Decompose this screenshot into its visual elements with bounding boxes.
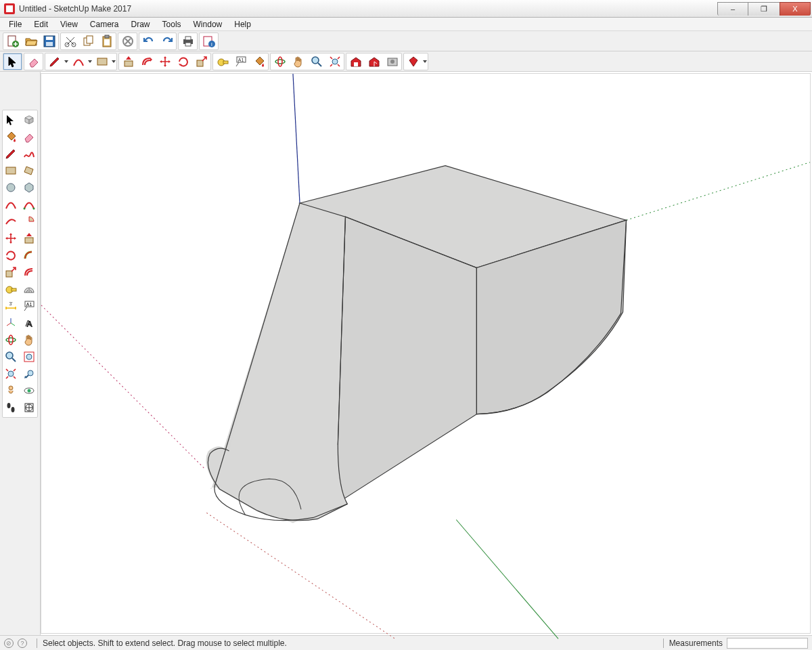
text-icon: A1 bbox=[235, 56, 247, 68]
paint-bucket-button[interactable] bbox=[250, 53, 268, 70]
palette-look-around[interactable] bbox=[20, 383, 38, 399]
undo-button[interactable] bbox=[139, 33, 158, 49]
title-bar[interactable]: Untitled - SketchUp Make 2017 – ❐ X bbox=[0, 0, 812, 18]
palette-freehand[interactable] bbox=[20, 146, 38, 162]
palette-3pt-arc[interactable] bbox=[2, 213, 20, 230]
palette-pushpull[interactable] bbox=[20, 230, 38, 246]
zoom-extents-button[interactable] bbox=[325, 53, 344, 70]
menu-camera[interactable]: Camera bbox=[84, 19, 125, 30]
palette-rotated-rect[interactable] bbox=[20, 162, 38, 179]
palette-rectangle[interactable] bbox=[2, 162, 20, 179]
palette-polygon[interactable] bbox=[20, 179, 38, 196]
ruby-dropdown[interactable] bbox=[422, 60, 428, 63]
close-button[interactable]: X bbox=[780, 2, 811, 16]
share-button[interactable] bbox=[365, 53, 383, 70]
shapes-tool-button[interactable] bbox=[93, 53, 111, 70]
svg-rect-4 bbox=[46, 42, 53, 46]
left-toolbar: 3' A1 AA bbox=[0, 72, 41, 635]
save-file-button[interactable] bbox=[40, 33, 58, 49]
palette-zoom-window[interactable] bbox=[20, 349, 38, 365]
redo-button[interactable] bbox=[158, 33, 176, 49]
menu-file[interactable]: File bbox=[3, 19, 28, 30]
credits-icon[interactable]: ? bbox=[18, 638, 27, 648]
palette-3dtext[interactable]: AA bbox=[20, 315, 38, 331]
palette-pie[interactable] bbox=[20, 213, 38, 230]
menu-help[interactable]: Help bbox=[228, 19, 257, 30]
copy-button[interactable] bbox=[79, 33, 97, 49]
tape-tool-button[interactable] bbox=[213, 53, 231, 70]
scale-tool-button[interactable] bbox=[192, 53, 210, 70]
pencil-icon bbox=[5, 148, 17, 160]
palette-select[interactable] bbox=[2, 112, 20, 128]
palette-followme[interactable] bbox=[20, 247, 38, 263]
palette-zoom[interactable] bbox=[2, 349, 20, 365]
line-dropdown[interactable] bbox=[64, 60, 69, 63]
ext-warehouse-button[interactable] bbox=[383, 53, 401, 70]
geo-icon[interactable]: ⊘ bbox=[4, 638, 14, 648]
palette-tape[interactable] bbox=[2, 281, 20, 297]
shapes-dropdown[interactable] bbox=[111, 60, 116, 63]
palette-pan[interactable] bbox=[20, 332, 38, 348]
arc-dropdown[interactable] bbox=[87, 60, 93, 63]
rectangle-icon bbox=[96, 56, 108, 68]
open-file-button[interactable] bbox=[22, 33, 40, 49]
palette-arc[interactable] bbox=[2, 196, 20, 213]
pan-tool-button[interactable] bbox=[289, 53, 307, 70]
palette-make-component[interactable] bbox=[20, 112, 38, 128]
line-tool-button[interactable] bbox=[45, 53, 64, 70]
rotate-tool-button[interactable] bbox=[174, 53, 192, 70]
palette-eraser[interactable] bbox=[20, 129, 38, 145]
menu-tools[interactable]: Tools bbox=[156, 19, 187, 30]
palette-orbit[interactable] bbox=[2, 332, 20, 348]
ruby-button[interactable] bbox=[404, 53, 422, 70]
hand-icon bbox=[23, 334, 35, 346]
polygon-icon bbox=[23, 181, 35, 194]
new-file-button[interactable] bbox=[3, 33, 22, 49]
palette-dimension[interactable]: 3' bbox=[2, 298, 20, 314]
delete-button[interactable] bbox=[118, 33, 137, 49]
palette-position-camera[interactable] bbox=[2, 383, 20, 399]
pushpull-tool-button[interactable] bbox=[119, 53, 137, 70]
arc-tool-button[interactable] bbox=[69, 53, 87, 70]
minimize-button[interactable]: – bbox=[717, 2, 748, 16]
select-tool-button[interactable] bbox=[3, 53, 22, 70]
menu-draw[interactable]: Draw bbox=[125, 19, 156, 30]
arc3-icon bbox=[5, 215, 17, 228]
zoom-tool-button[interactable] bbox=[307, 53, 325, 70]
orbit-tool-button[interactable] bbox=[271, 53, 289, 70]
svg-rect-40 bbox=[12, 288, 16, 291]
palette-section[interactable] bbox=[20, 399, 38, 416]
measurements-input[interactable] bbox=[727, 638, 808, 649]
model-viewport[interactable] bbox=[41, 73, 811, 634]
palette-paint[interactable] bbox=[2, 129, 20, 145]
eraser-tool-button[interactable] bbox=[24, 53, 43, 70]
palette-line[interactable] bbox=[2, 146, 20, 162]
palette-rotate[interactable] bbox=[2, 247, 20, 263]
palette-zoom-extents[interactable] bbox=[2, 366, 20, 382]
palette-previous[interactable] bbox=[20, 366, 38, 382]
menu-window[interactable]: Window bbox=[187, 19, 229, 30]
model-info-button[interactable]: i bbox=[200, 33, 218, 49]
palette-offset[interactable] bbox=[20, 264, 38, 280]
paste-button[interactable] bbox=[97, 33, 116, 49]
palette-protractor[interactable] bbox=[20, 281, 38, 297]
warehouse-button[interactable] bbox=[346, 53, 365, 70]
palette-walk[interactable] bbox=[2, 399, 20, 416]
svg-rect-33 bbox=[6, 167, 16, 174]
palette-move[interactable] bbox=[2, 230, 20, 246]
svg-rect-38 bbox=[6, 271, 12, 277]
offset-tool-button[interactable] bbox=[137, 53, 156, 70]
palette-scale[interactable] bbox=[2, 264, 20, 280]
print-button[interactable] bbox=[179, 33, 197, 49]
move-tool-button[interactable] bbox=[156, 53, 174, 70]
svg-point-34 bbox=[7, 183, 15, 192]
menu-edit[interactable]: Edit bbox=[28, 19, 54, 30]
palette-text[interactable]: A1 bbox=[20, 298, 38, 314]
palette-2pt-arc[interactable] bbox=[20, 196, 38, 213]
palette-axes[interactable] bbox=[2, 315, 20, 331]
menu-view[interactable]: View bbox=[54, 19, 84, 30]
maximize-button[interactable]: ❐ bbox=[748, 2, 780, 16]
cut-button[interactable] bbox=[61, 33, 79, 49]
palette-circle[interactable] bbox=[2, 179, 20, 196]
text-tool-button[interactable]: A1 bbox=[231, 53, 250, 70]
